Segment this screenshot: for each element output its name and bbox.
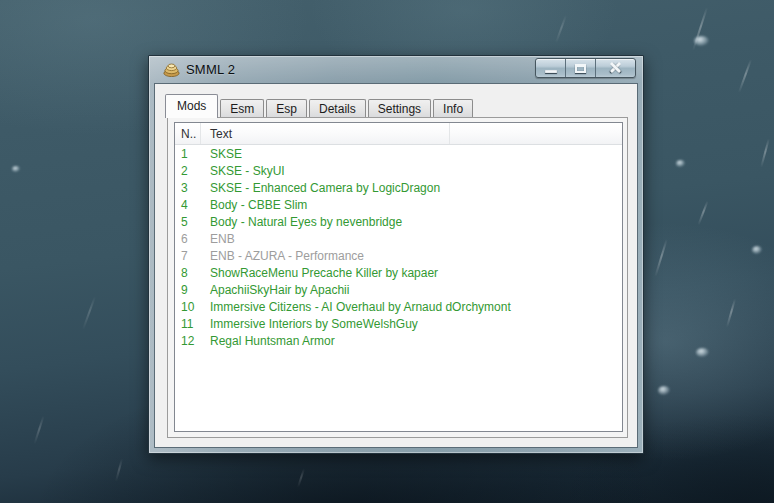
rain-streak xyxy=(697,201,708,226)
mod-row-number: 2 xyxy=(175,164,201,178)
mod-row-text: SKSE - Enhanced Camera by LogicDragon xyxy=(201,181,440,195)
rain-drop xyxy=(676,160,685,167)
mod-row-number: 7 xyxy=(175,249,201,263)
tab-settings[interactable]: Settings xyxy=(368,99,431,118)
mod-row-number: 11 xyxy=(175,317,201,331)
tab-page-mods: N.. Text 1SKSE2SKSE - SkyUI3SKSE - Enhan… xyxy=(167,117,628,438)
rain-drop xyxy=(696,348,709,357)
mod-list-body: 1SKSE2SKSE - SkyUI3SKSE - Enhanced Camer… xyxy=(175,145,622,349)
mod-row-4[interactable]: 4Body - CBBE Slim xyxy=(175,196,622,213)
mod-row-number: 4 xyxy=(175,198,201,212)
minimize-button[interactable] xyxy=(536,59,566,77)
rain-streak xyxy=(738,59,752,94)
mod-row-text: Immersive Citizens - AI Overhaul by Arna… xyxy=(201,300,511,314)
tab-mods[interactable]: Mods xyxy=(165,94,218,118)
rain-streak xyxy=(115,458,123,482)
mod-row-text: ENB - AZURA - Performance xyxy=(201,249,364,263)
mod-row-text: ApachiiSkyHair by Apachii xyxy=(201,283,349,297)
rain-streak xyxy=(297,468,305,488)
mod-row-number: 9 xyxy=(175,283,201,297)
mod-row-11[interactable]: 11Immersive Interiors by SomeWelshGuy xyxy=(175,315,622,332)
mod-row-number: 1 xyxy=(175,147,201,161)
mod-list-header: N.. Text xyxy=(175,123,622,145)
desktop: { "window": { "title": "SMML 2", "icons"… xyxy=(0,0,774,503)
mod-row-7[interactable]: 7ENB - AZURA - Performance xyxy=(175,247,622,264)
tab-info[interactable]: Info xyxy=(433,99,473,118)
mod-row-number: 5 xyxy=(175,215,201,229)
mod-row-1[interactable]: 1SKSE xyxy=(175,145,622,162)
window-client-area: ModsEsmEspDetailsSettingsInfo N.. Text 1… xyxy=(154,83,638,448)
mod-list[interactable]: N.. Text 1SKSE2SKSE - SkyUI3SKSE - Enhan… xyxy=(174,122,623,432)
close-icon xyxy=(609,61,622,74)
rain-streak xyxy=(692,7,708,51)
column-header-number[interactable]: N.. xyxy=(175,123,201,144)
mod-row-text: SKSE xyxy=(201,147,242,161)
title-bar[interactable]: SMML 2 xyxy=(149,56,643,83)
mod-row-number: 10 xyxy=(175,300,201,314)
rain-streak xyxy=(654,239,668,278)
mod-row-6[interactable]: 6ENB xyxy=(175,230,622,247)
maximize-button[interactable] xyxy=(566,59,596,77)
tab-strip: ModsEsmEspDetailsSettingsInfo xyxy=(167,94,475,118)
mod-row-text: Immersive Interiors by SomeWelshGuy xyxy=(201,317,418,331)
rain-streak xyxy=(555,15,567,44)
mod-row-text: Body - CBBE Slim xyxy=(201,198,307,212)
mod-row-text: ShowRaceMenu Precache Killer by kapaer xyxy=(201,266,438,280)
mod-row-10[interactable]: 10Immersive Citizens - AI Overhaul by Ar… xyxy=(175,298,622,315)
caption-button-group xyxy=(535,58,636,78)
close-button[interactable] xyxy=(596,59,635,77)
mod-row-text: Regal Huntsman Armor xyxy=(201,334,335,348)
mod-row-9[interactable]: 9ApachiiSkyHair by Apachii xyxy=(175,281,622,298)
rain-drop xyxy=(752,246,762,254)
mod-row-3[interactable]: 3SKSE - Enhanced Camera by LogicDragon xyxy=(175,179,622,196)
mod-row-number: 12 xyxy=(175,334,201,348)
tab-esm[interactable]: Esm xyxy=(220,99,264,118)
tab-details[interactable]: Details xyxy=(309,99,366,118)
mod-row-number: 8 xyxy=(175,266,201,280)
mod-row-text: SKSE - SkyUI xyxy=(201,164,285,178)
sweetroll-icon xyxy=(163,61,180,77)
mod-row-12[interactable]: 12Regal Huntsman Armor xyxy=(175,332,622,349)
rain-streak xyxy=(33,415,44,444)
rain-streak xyxy=(760,138,770,167)
mod-row-5[interactable]: 5Body - Natural Eyes by nevenbridge xyxy=(175,213,622,230)
column-header-text[interactable]: Text xyxy=(201,123,450,144)
mod-row-text: Body - Natural Eyes by nevenbridge xyxy=(201,215,402,229)
maximize-icon xyxy=(575,64,586,73)
mod-row-number: 6 xyxy=(175,232,201,246)
rain-drop xyxy=(12,166,20,172)
rain-streak xyxy=(82,296,96,331)
column-header-filler xyxy=(450,123,622,144)
mod-row-2[interactable]: 2SKSE - SkyUI xyxy=(175,162,622,179)
mod-row-number: 3 xyxy=(175,181,201,195)
rain-drop xyxy=(658,386,670,395)
mod-row-text: ENB xyxy=(201,232,235,246)
app-window: SMML 2 ModsEsmEspDetailsSettingsInfo N..… xyxy=(148,55,644,454)
rain-drop xyxy=(694,36,709,46)
minimize-icon xyxy=(545,70,557,73)
rain-streak xyxy=(726,298,736,327)
window-title: SMML 2 xyxy=(186,62,235,77)
mod-row-8[interactable]: 8ShowRaceMenu Precache Killer by kapaer xyxy=(175,264,622,281)
tab-esp[interactable]: Esp xyxy=(266,99,307,118)
